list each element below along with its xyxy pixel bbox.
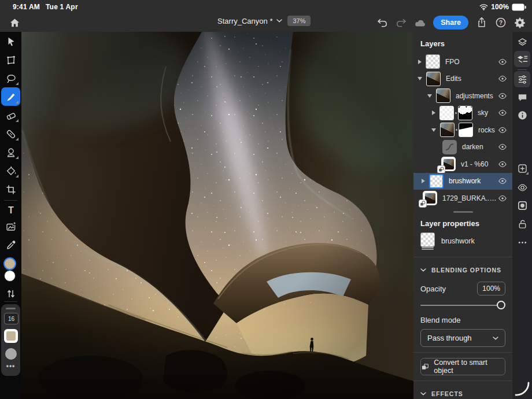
paint-brush-tool-icon[interactable]	[0, 88, 21, 106]
layer-mask-icon[interactable]	[514, 197, 530, 213]
layer-row-edits[interactable]: Edits	[413, 71, 512, 88]
share-button[interactable]: Share	[433, 16, 468, 29]
expand-arrow-icon[interactable]	[418, 77, 422, 80]
canvas-image[interactable]	[21, 32, 413, 399]
visibility-eye-icon[interactable]	[498, 108, 507, 117]
blend-mode-value: Pass through	[427, 334, 472, 342]
effects-header[interactable]: EFFECTS	[420, 386, 505, 399]
layer-row-1729[interactable]: 1729_BURKA...anced-NR33	[413, 190, 512, 207]
layer-row-darken[interactable]: darken	[413, 139, 512, 156]
layer-visibility-icon[interactable]	[514, 179, 530, 195]
layer-thumbnail[interactable]	[429, 174, 444, 189]
crop-tool-icon[interactable]	[0, 181, 21, 198]
background-color-swatch[interactable]	[4, 270, 16, 282]
panel-drag-handle[interactable]	[6, 308, 16, 309]
vignette-overlay	[21, 32, 413, 399]
layer-row-v1[interactable]: v1 - %60	[413, 156, 512, 173]
brush-size-value[interactable]: 16	[4, 313, 19, 324]
lock-layer-icon[interactable]	[514, 216, 530, 232]
layer-row-brushwork-selected[interactable]: brushwork	[413, 173, 512, 190]
layer-row-rocks[interactable]: rocks	[413, 121, 512, 139]
visibility-eye-icon[interactable]	[498, 160, 507, 169]
layer-row-adjustments[interactable]: adjustments	[413, 87, 512, 105]
expand-arrow-icon[interactable]	[422, 179, 425, 183]
smart-object-thumbnail[interactable]	[423, 191, 437, 205]
move-tool-icon[interactable]	[0, 33, 21, 50]
export-button[interactable]	[474, 14, 489, 30]
comments-icon[interactable]	[514, 89, 530, 105]
visibility-eye-icon[interactable]	[498, 125, 507, 135]
opacity-value-box[interactable]: 100%	[477, 282, 505, 295]
wifi-icon	[479, 3, 488, 10]
layer-name: adjustments	[456, 92, 498, 100]
top-bar: 9:41 AMTue 1 Apr 100% Starry_Canyon * 37…	[0, 0, 532, 32]
layers-panel: Layers FPO Edits adjustments sky	[413, 32, 512, 399]
layer-properties-panel-icon[interactable]	[514, 71, 530, 87]
type-tool-icon[interactable]	[0, 201, 21, 219]
info-icon[interactable]	[514, 107, 530, 123]
curves-adjustment-thumbnail[interactable]	[442, 140, 457, 154]
healing-brush-tool-icon[interactable]	[0, 125, 21, 143]
home-button[interactable]	[7, 16, 22, 29]
blending-options-header[interactable]: BLENDING OPTIONS	[420, 263, 505, 277]
opacity-slider[interactable]	[420, 299, 505, 312]
layer-thumbnail[interactable]	[426, 54, 440, 69]
layer-row-sky[interactable]: sky	[413, 105, 512, 122]
visibility-eye-icon[interactable]	[498, 57, 507, 66]
chevron-down-icon	[420, 392, 426, 396]
redo-button[interactable]	[393, 14, 409, 30]
visibility-eye-icon[interactable]	[498, 194, 507, 203]
more-layer-actions-icon[interactable]	[514, 234, 530, 250]
slider-knob[interactable]	[497, 301, 505, 309]
visibility-eye-icon[interactable]	[498, 176, 507, 186]
layers-detail-view-icon[interactable]	[514, 51, 530, 67]
blend-mode-label: Blend mode	[420, 316, 505, 324]
swap-colors-icon[interactable]	[0, 285, 21, 302]
expand-arrow-icon[interactable]	[427, 94, 432, 98]
layer-thumbnail[interactable]	[426, 72, 441, 86]
expand-arrow-icon[interactable]	[432, 110, 435, 115]
divider	[413, 257, 512, 257]
mask-link-dot	[455, 112, 457, 114]
transform-tool-icon[interactable]	[0, 51, 21, 69]
blend-mode-dropdown[interactable]: Pass through	[420, 329, 505, 347]
layer-thumbnail[interactable]	[440, 123, 455, 137]
smart-object-badge-icon	[438, 166, 445, 173]
blending-options-label: BLENDING OPTIONS	[431, 267, 501, 274]
lasso-select-tool-icon[interactable]	[0, 70, 21, 87]
add-layer-icon[interactable]	[514, 160, 530, 176]
fill-tool-icon[interactable]	[0, 162, 21, 180]
clone-stamp-tool-icon[interactable]	[0, 144, 21, 161]
layer-name: 1729_BURKA...anced-NR33	[442, 194, 498, 202]
layer-mask-thumbnail[interactable]	[458, 106, 472, 120]
visibility-eye-icon[interactable]	[498, 91, 507, 101]
place-image-tool-icon[interactable]	[0, 218, 21, 235]
convert-to-smart-object-button[interactable]: Convert to smart object	[420, 358, 505, 375]
foreground-color-swatch[interactable]	[3, 257, 16, 270]
visibility-eye-icon[interactable]	[498, 142, 507, 152]
mask-link-dot	[456, 129, 457, 131]
convert-button-label: Convert to smart object	[434, 359, 505, 375]
expand-arrow-icon[interactable]	[431, 128, 436, 132]
expand-arrow-icon[interactable]	[418, 60, 422, 64]
brush-opacity-chip[interactable]	[5, 348, 17, 360]
document-title[interactable]: Starry_Canyon *	[217, 17, 282, 25]
undo-button[interactable]	[374, 14, 390, 30]
eraser-tool-icon[interactable]	[0, 107, 21, 124]
layer-mask-thumbnail[interactable]	[459, 123, 473, 137]
panel-resize-handle[interactable]	[453, 211, 473, 213]
layer-thumbnail[interactable]	[439, 106, 454, 120]
smart-object-thumbnail[interactable]	[441, 157, 456, 171]
task-rail	[512, 32, 532, 399]
help-button[interactable]	[493, 14, 508, 30]
zoom-level-badge[interactable]: 37%	[287, 16, 311, 26]
eyedropper-tool-icon[interactable]	[0, 237, 21, 254]
layers-view-icon[interactable]	[514, 34, 530, 50]
visibility-eye-icon[interactable]	[498, 74, 507, 83]
settings-gear-button[interactable]	[512, 14, 527, 30]
layer-thumbnail[interactable]	[436, 88, 450, 103]
more-options-dots[interactable]: •••	[1, 362, 20, 370]
layer-name: rocks	[478, 126, 498, 134]
layer-row-fpo[interactable]: FPO	[413, 53, 512, 71]
brush-color-chip[interactable]	[4, 329, 18, 343]
